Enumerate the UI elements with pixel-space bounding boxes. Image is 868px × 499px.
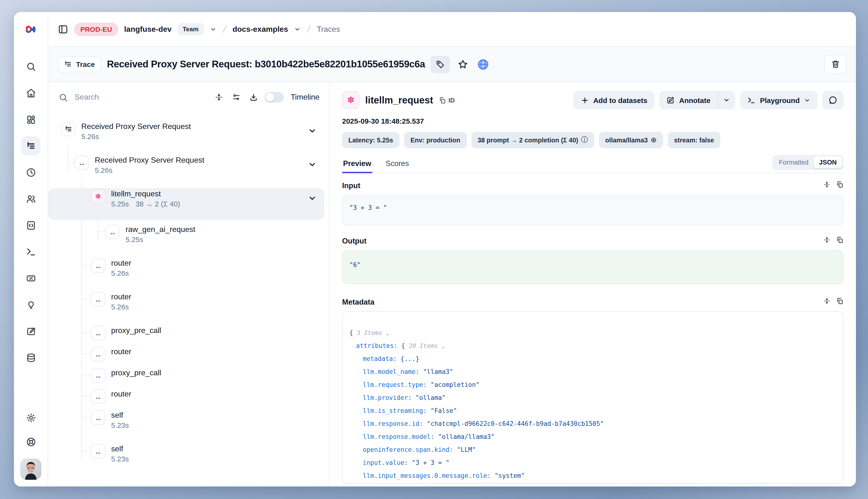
breadcrumb-section[interactable]: Traces: [317, 25, 340, 34]
search-icon: [59, 93, 68, 102]
sidebar-toggle-icon[interactable]: [58, 24, 68, 34]
sidebar-item-playground[interactable]: [24, 244, 38, 259]
tree-search-input[interactable]: Search: [75, 93, 99, 101]
json-line: input.value: "3 + 3 = ": [349, 456, 836, 469]
tree-node-row[interactable]: ↔ raw_gen_ai_request 5.25s: [48, 224, 324, 254]
sidebar-item-dashboard[interactable]: [24, 112, 38, 126]
download-button[interactable]: [249, 93, 258, 101]
detail-scroll-area[interactable]: Input "3 + 3 = " Output: [342, 173, 843, 486]
tree-toolbar: Search Timeline: [48, 82, 329, 112]
sidebar-item-home[interactable]: [24, 86, 38, 100]
metric-badge: Latency: 5.25s: [342, 132, 399, 148]
tab-scores[interactable]: Scores: [385, 156, 410, 173]
comment-bubble-icon: [829, 96, 837, 105]
collapse-all-button[interactable]: [215, 93, 223, 101]
icon-rail: [14, 12, 48, 486]
avatar[interactable]: [20, 459, 41, 480]
chevron-down-icon[interactable]: [294, 26, 301, 33]
sidebar-item-evaluators[interactable]: [24, 271, 38, 285]
tree-node-row[interactable]: ↔ router: [48, 346, 324, 363]
tree-node-row[interactable]: ↔ router 5.26s: [48, 291, 324, 321]
settings-icon[interactable]: [24, 411, 38, 425]
json-line: llm.response.model: "ollama/llama3": [349, 430, 836, 443]
observation-header: ✽ litellm_request ID Add to datasets: [342, 91, 843, 109]
generation-icon: ✽: [342, 92, 359, 109]
tree-node-row[interactable]: ↔ proxy_pre_call: [48, 367, 324, 385]
tree-connector: [82, 396, 91, 397]
format-option-formatted[interactable]: Formatted: [773, 156, 814, 168]
format-option-json[interactable]: JSON: [814, 156, 842, 168]
tree-node-row[interactable]: ↔ router: [48, 388, 324, 406]
sidebar-item-annotation[interactable]: [24, 324, 38, 338]
node-label: proxy_pre_call: [111, 369, 161, 377]
sidebar-item-insights[interactable]: [24, 297, 38, 312]
collapse-section-icon[interactable]: [823, 181, 830, 190]
input-section-header: Input: [342, 181, 843, 190]
playground-button[interactable]: Playground: [740, 91, 818, 109]
breadcrumb-org[interactable]: langfuse-dev: [124, 25, 172, 34]
sidebar-item-search[interactable]: [24, 59, 38, 74]
annotate-button[interactable]: Annotate: [659, 91, 718, 109]
tag-button[interactable]: [431, 56, 450, 73]
tree-node-row[interactable]: ↔ Received Proxy Server Request 5.26s: [48, 155, 324, 184]
node-type-icon: ↔: [91, 368, 105, 382]
node-collapse-chevron[interactable]: [308, 160, 317, 171]
tree-node-row[interactable]: Received Proxy Server Request 5.26s: [48, 121, 324, 150]
langfuse-logo[interactable]: [14, 12, 48, 47]
collapse-section-icon[interactable]: [823, 236, 830, 245]
node-label: raw_gen_ai_request: [125, 225, 195, 234]
node-collapse-chevron[interactable]: [308, 126, 317, 137]
annotate-menu-button[interactable]: [718, 91, 735, 109]
node-label: Received Proxy Server Request: [81, 122, 191, 131]
support-icon[interactable]: [24, 435, 38, 449]
tree-node-row[interactable]: ✽ litellm_request 5.25s 38 → 2 (Σ 40): [48, 188, 324, 220]
app-window: PROD-EU langfuse-dev Team / docs-example…: [14, 12, 856, 486]
metric-badge: ollama/llama3⊕: [599, 132, 663, 148]
collapse-section-icon[interactable]: [823, 297, 830, 306]
star-button[interactable]: [456, 57, 470, 72]
sidebar-item-prompts[interactable]: [24, 218, 38, 232]
tree-connector: [82, 265, 91, 266]
node-duration: 5.26s: [111, 303, 129, 311]
metadata-json-viewer[interactable]: { 3 Items ⌄attributes: { 20 Items ⌄metad…: [342, 311, 843, 484]
sidebar-item-datasets[interactable]: [24, 350, 38, 365]
tree-node-row[interactable]: ↔ router 5.26s: [48, 257, 324, 287]
tree-connector: [82, 451, 91, 451]
sidebar-item-users[interactable]: [24, 192, 38, 206]
main-column: PROD-EU langfuse-dev Team / docs-example…: [48, 12, 856, 486]
chevron-down-icon[interactable]: [209, 26, 216, 33]
node-token-usage: 38 → 2 (Σ 40): [135, 200, 180, 208]
sidebar-item-tracing[interactable]: [24, 138, 38, 153]
output-heading: Output: [342, 236, 367, 245]
plus-icon: [581, 96, 589, 104]
timeline-toggle[interactable]: [265, 92, 284, 102]
span-tree: Received Proxy Server Request 5.26s ↔ Re…: [48, 112, 329, 486]
tree-node-row[interactable]: ↔ proxy_pre_call: [48, 325, 324, 342]
node-label: litellm_request: [111, 190, 180, 198]
plus-circle-icon: ⊕: [651, 136, 657, 144]
add-to-datasets-button[interactable]: Add to datasets: [574, 91, 655, 109]
tab-preview[interactable]: Preview: [342, 156, 372, 173]
breadcrumb-project[interactable]: docs-examples: [232, 25, 288, 34]
copy-section-icon[interactable]: [836, 181, 843, 190]
comments-button[interactable]: [822, 91, 843, 109]
node-type-icon: ↔: [105, 225, 120, 239]
terminal-icon: [747, 96, 756, 104]
tree-node-row[interactable]: ↔ self 5.23s: [48, 443, 324, 473]
delete-trace-button[interactable]: [824, 54, 846, 74]
json-line: llm.response.id: "chatcmpl-d96622c0-c642…: [349, 417, 836, 430]
copy-id-button[interactable]: ID: [439, 97, 455, 104]
json-line: llm.input_messages.0.message.role: "syst…: [349, 469, 836, 482]
tree-node-row[interactable]: ↔ self 5.23s: [48, 410, 324, 439]
node-collapse-chevron[interactable]: [308, 194, 317, 205]
tree-connector: [82, 196, 91, 196]
node-duration: 5.23s: [111, 421, 129, 429]
copy-section-icon[interactable]: [836, 236, 843, 245]
public-globe-button[interactable]: [476, 57, 490, 72]
globe-icon: [478, 59, 489, 70]
chevron-down-icon: [804, 97, 810, 103]
copy-section-icon[interactable]: [836, 297, 843, 306]
timeline-label: Timeline: [291, 93, 319, 101]
sidebar-item-sessions[interactable]: [24, 165, 38, 180]
view-settings-button[interactable]: [232, 93, 241, 101]
